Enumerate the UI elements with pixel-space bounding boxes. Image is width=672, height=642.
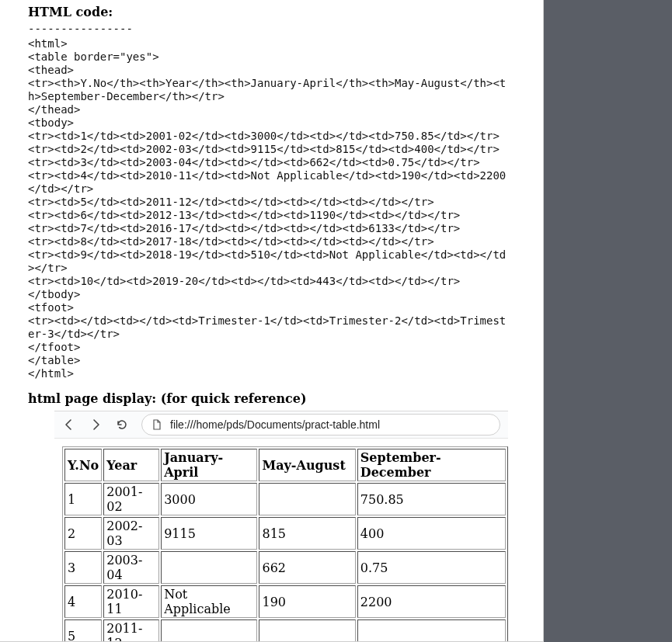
table-header-cell: September-December [357,449,506,481]
browser-viewport: Y.NoYearJanuary-AprilMay-AugustSeptember… [54,438,508,642]
table-cell [161,619,257,642]
table-cell: 1 [64,483,102,515]
arrow-right-icon [89,418,102,431]
table-cell: 4 [64,585,102,618]
address-bar[interactable]: file:///home/pds/Documents/pract-table.h… [141,414,500,436]
table-header-cell: May-August [259,449,355,481]
table-row: 22002-039115815400 [64,517,506,550]
table-cell: 3 [64,551,102,584]
right-gutter [544,0,672,642]
table-cell [259,619,355,642]
table-cell: 2002-03 [103,517,159,550]
table-row: 52011-12 [64,619,506,642]
back-button[interactable] [62,418,76,432]
table-cell: 9115 [161,517,257,550]
table-row: 32003-046620.75 [64,551,506,584]
heading-html-code: HTML code: [28,5,543,19]
file-icon [151,419,162,430]
divider-dashes: ---------------- [28,23,543,36]
table-cell: 2003-04 [103,551,159,584]
table-row: 42010-11Not Applicable1902200 [64,585,506,618]
table-cell [259,483,355,515]
table-cell: Not Applicable [161,585,257,618]
table-cell: 2001-02 [103,483,159,515]
table-cell: 815 [259,517,355,550]
code-block: <html> <table border="yes"> <thead> <tr>… [28,37,510,380]
table-cell: 0.75 [357,551,506,584]
table-cell: 400 [357,517,506,550]
table-header-cell: Y.No [64,449,102,481]
document-page: HTML code: ---------------- <html> <tabl… [0,0,544,642]
table-header-cell: Year [103,449,159,481]
table-cell: 2 [64,517,102,550]
table-cell: 750.85 [357,483,506,515]
heading-display: html page display: (for quick reference) [28,391,543,406]
table-cell [161,551,257,584]
rendered-table: Y.NoYearJanuary-AprilMay-AugustSeptember… [62,446,508,642]
arrow-left-icon [63,418,75,431]
table-cell: 5 [64,619,102,642]
reload-icon [116,418,128,431]
browser-toolbar: file:///home/pds/Documents/pract-table.h… [54,411,508,438]
table-cell: 2011-12 [103,619,159,642]
table-cell: 662 [259,551,355,584]
forward-button[interactable] [89,418,103,432]
table-header-cell: January-April [161,449,257,481]
table-cell [357,619,506,642]
table-cell: 3000 [161,483,257,515]
table-cell: 2010-11 [103,585,159,618]
table-cell: 190 [259,585,355,618]
mini-browser: file:///home/pds/Documents/pract-table.h… [54,411,508,642]
table-cell: 2200 [357,585,506,618]
table-row: 12001-023000750.85 [64,483,506,515]
url-text: file:///home/pds/Documents/pract-table.h… [170,418,380,431]
reload-button[interactable] [115,418,129,432]
